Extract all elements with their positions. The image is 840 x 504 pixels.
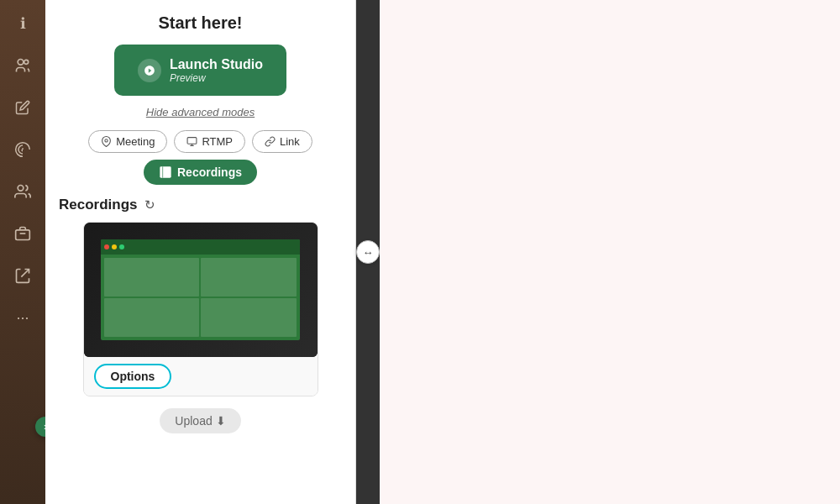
briefcase-icon[interactable] [9, 220, 36, 247]
main-panel: Start here! Launch Studio Preview Hide a… [45, 0, 356, 504]
link-label: Link [280, 135, 300, 148]
meeting-label: Meeting [116, 135, 155, 148]
panels-wrapper: Start here! Launch Studio Preview Hide a… [45, 0, 840, 504]
fingerprint-icon[interactable] [9, 136, 36, 163]
fake-cell-4 [201, 298, 296, 337]
group-icon[interactable] [9, 178, 36, 205]
users-icon[interactable] [9, 52, 36, 79]
upload-button[interactable]: Upload ⬇ [160, 408, 240, 433]
options-row: Options [84, 357, 318, 396]
recordings-section-header: Recordings ↻ [59, 197, 155, 213]
recordings-mode-button[interactable]: Recordings [144, 160, 257, 185]
meeting-icon [101, 136, 112, 147]
svg-rect-6 [187, 138, 197, 144]
launch-studio-button[interactable]: Launch Studio Preview [114, 45, 286, 96]
options-button[interactable]: Options [94, 364, 172, 389]
fake-cell-1 [104, 258, 199, 297]
rtmp-icon [186, 136, 197, 147]
mode-buttons-row: Meeting RTMP Link [88, 130, 312, 153]
svg-point-5 [105, 139, 108, 142]
launch-studio-main-label: Launch Studio [170, 56, 263, 72]
panel-content: Start here! Launch Studio Preview Hide a… [45, 0, 355, 454]
refresh-icon[interactable]: ↻ [144, 197, 155, 213]
launch-studio-text: Launch Studio Preview [170, 56, 263, 84]
launch-studio-icon [138, 59, 161, 82]
svg-point-2 [18, 186, 24, 192]
link-icon [265, 136, 276, 147]
sidebar: ℹ [0, 0, 45, 504]
meeting-mode-button[interactable]: Meeting [88, 130, 167, 153]
recordings-btn-label: Recordings [177, 165, 242, 179]
right-panel [380, 0, 840, 504]
fake-screen [101, 239, 299, 340]
fake-cell-3 [104, 298, 199, 337]
start-here-title: Start here! [158, 13, 242, 33]
svg-point-0 [18, 60, 24, 66]
svg-rect-3 [16, 230, 30, 240]
fake-screen-body [101, 255, 299, 340]
info-icon[interactable]: ℹ [9, 10, 36, 37]
resize-icon: ↔ [363, 246, 374, 259]
link-mode-button[interactable]: Link [252, 130, 312, 153]
launch-studio-sub-label: Preview [170, 72, 206, 84]
recordings-section-title: Recordings [59, 197, 138, 213]
svg-point-1 [24, 60, 29, 64]
more-icon[interactable]: ··· [9, 304, 36, 331]
hide-advanced-modes-link[interactable]: Hide advanced modes [146, 106, 255, 118]
thumbnail-inner [84, 223, 318, 357]
recording-card: Options [83, 222, 318, 396]
dot-green [119, 244, 124, 249]
panel-divider: ↔ [356, 0, 380, 504]
rtmp-label: RTMP [202, 135, 233, 148]
recording-thumbnail[interactable] [84, 223, 318, 357]
dot-red [104, 244, 109, 249]
rtmp-mode-button[interactable]: RTMP [174, 130, 245, 153]
recordings-btn-icon [159, 165, 172, 179]
dot-yellow [112, 244, 117, 249]
share-icon[interactable] [9, 262, 36, 289]
resize-handle-button[interactable]: ↔ [356, 240, 380, 264]
fake-screen-top [101, 239, 299, 255]
fake-cell-2 [201, 258, 296, 297]
edit-icon[interactable] [9, 94, 36, 121]
